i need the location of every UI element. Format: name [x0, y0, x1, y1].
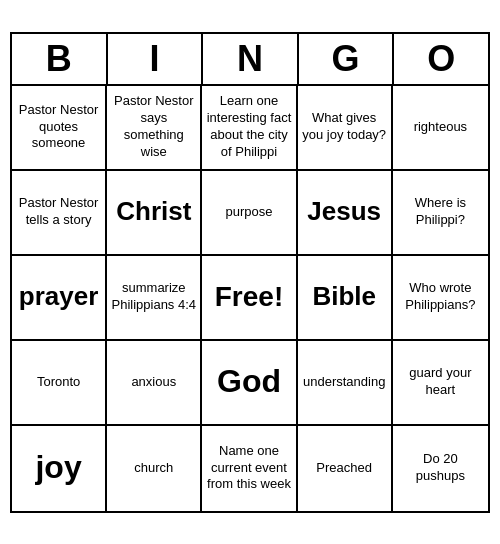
bingo-cell-15[interactable]: Toronto: [12, 341, 107, 426]
bingo-cell-6[interactable]: Christ: [107, 171, 202, 256]
bingo-cell-4[interactable]: righteous: [393, 86, 488, 171]
bingo-letter-b: B: [12, 34, 108, 84]
bingo-cell-1[interactable]: Pastor Nestor says something wise: [107, 86, 202, 171]
bingo-cell-14[interactable]: Who wrote Philippians?: [393, 256, 488, 341]
bingo-cell-0[interactable]: Pastor Nestor quotes someone: [12, 86, 107, 171]
bingo-cell-11[interactable]: summarize Philippians 4:4: [107, 256, 202, 341]
bingo-letter-g: G: [299, 34, 395, 84]
bingo-cell-9[interactable]: Where is Philippi?: [393, 171, 488, 256]
bingo-cell-19[interactable]: guard your heart: [393, 341, 488, 426]
bingo-cell-8[interactable]: Jesus: [298, 171, 393, 256]
bingo-cell-2[interactable]: Learn one interesting fact about the cit…: [202, 86, 297, 171]
bingo-letter-o: O: [394, 34, 488, 84]
bingo-cell-21[interactable]: church: [107, 426, 202, 511]
bingo-cell-13[interactable]: Bible: [298, 256, 393, 341]
bingo-card: BINGO Pastor Nestor quotes someonePastor…: [10, 32, 490, 513]
bingo-cell-17[interactable]: God: [202, 341, 297, 426]
bingo-header: BINGO: [12, 34, 488, 86]
bingo-grid: Pastor Nestor quotes someonePastor Nesto…: [12, 86, 488, 511]
bingo-cell-7[interactable]: purpose: [202, 171, 297, 256]
bingo-cell-23[interactable]: Preached: [298, 426, 393, 511]
bingo-letter-n: N: [203, 34, 299, 84]
bingo-cell-5[interactable]: Pastor Nestor tells a story: [12, 171, 107, 256]
bingo-cell-20[interactable]: joy: [12, 426, 107, 511]
bingo-letter-i: I: [108, 34, 204, 84]
bingo-cell-22[interactable]: Name one current event from this week: [202, 426, 297, 511]
bingo-cell-10[interactable]: prayer: [12, 256, 107, 341]
bingo-cell-3[interactable]: What gives you joy today?: [298, 86, 393, 171]
bingo-cell-18[interactable]: understanding: [298, 341, 393, 426]
bingo-cell-16[interactable]: anxious: [107, 341, 202, 426]
bingo-cell-12[interactable]: Free!: [202, 256, 297, 341]
bingo-cell-24[interactable]: Do 20 pushups: [393, 426, 488, 511]
